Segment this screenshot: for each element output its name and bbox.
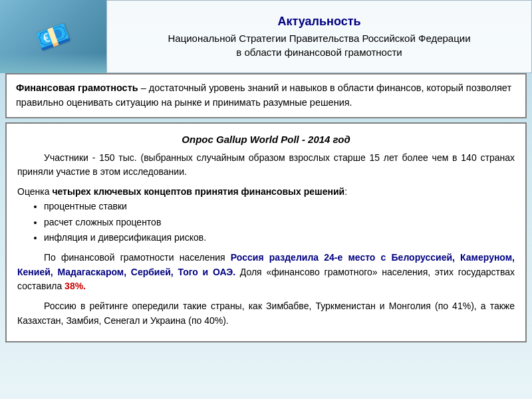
header-image: 💶 xyxy=(0,0,106,73)
sub-title-line2: в области финансовой грамотности xyxy=(236,47,402,58)
survey-paragraph2: Оценка четырех ключевых концептов принят… xyxy=(17,185,515,245)
sub-title: Национальной Стратегии Правительства Рос… xyxy=(168,31,470,59)
sub-title-line1: Национальной Стратегии Правительства Рос… xyxy=(168,33,470,44)
bullet-list: процентные ставки расчет сложных процент… xyxy=(44,200,515,245)
survey-paragraph4: Россию в рейтинге опередили такие страны… xyxy=(17,299,515,328)
main-title: Актуальность xyxy=(277,15,360,29)
main-content-box: Опрос Gallup World Poll - 2014 год Участ… xyxy=(5,122,527,343)
survey-paragraph1: Участники - 150 тыс. (выбранных случайны… xyxy=(17,151,515,180)
money-icon: 💶 xyxy=(32,16,74,57)
page-wrapper: 💶 Актуальность Национальной Стратегии Пр… xyxy=(0,0,532,399)
bullet-item-1: процентные ставки xyxy=(44,200,515,214)
bullet-item-3: инфляция и диверсификация рисков. xyxy=(44,231,515,245)
definition-box: Финансовая грамотность – достаточный уро… xyxy=(5,73,527,118)
definition-bold: Финансовая грамотность xyxy=(16,82,138,93)
bullet-item-2: расчет сложных процентов xyxy=(44,215,515,230)
survey-title: Опрос Gallup World Poll - 2014 год xyxy=(17,132,515,147)
survey-paragraph3: По финансовой грамотности населения Росс… xyxy=(17,251,515,294)
top-banner: 💶 Актуальность Национальной Стратегии Пр… xyxy=(0,0,532,73)
header-title-area: Актуальность Национальной Стратегии Прав… xyxy=(106,0,532,73)
